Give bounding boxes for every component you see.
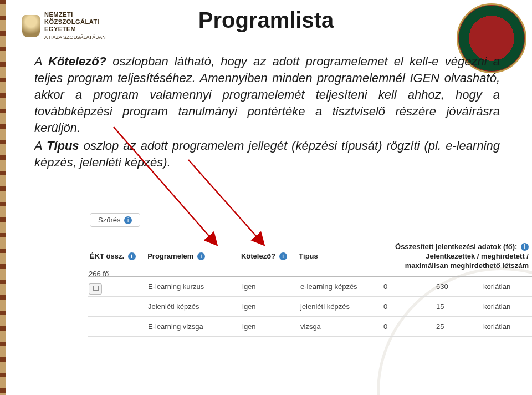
col-header-kotelezo: Kötelező? i <box>241 252 299 260</box>
page-title: Programlista <box>0 8 532 33</box>
info-icon: i <box>197 252 205 260</box>
col-header-summary: Összesített jelentkezési adatok (fő): i … <box>381 242 532 270</box>
col-header-tipus-label: Típus <box>299 252 318 260</box>
cell-programelem: E-learning kurzus <box>148 282 242 291</box>
download-icon[interactable] <box>89 283 102 295</box>
cell-kotelezo: igen <box>242 322 300 331</box>
keyword-tipus: Típus <box>47 139 79 153</box>
cell-v2: 25 <box>436 322 483 331</box>
col-header-kotelezo-label: Kötelező? <box>241 252 275 260</box>
col-header-ekt: ÉKT össz. i <box>88 252 147 260</box>
col-header-programelem-label: Programelem <box>147 252 193 260</box>
col-header-tipus: Típus <box>299 252 381 260</box>
cell-v1: 0 <box>383 322 436 331</box>
cell-tipus: e-learning képzés <box>300 282 383 291</box>
cell-v1: 0 <box>383 302 436 311</box>
program-table: Szűrés i ÉKT össz. i Programelem i Kötel… <box>88 230 532 337</box>
keyword-kotelezo: Kötelező? <box>48 54 106 68</box>
cell-v3: korlátlan <box>483 322 532 331</box>
col-header-programelem: Programelem i <box>147 252 241 260</box>
p1-prefix: A <box>34 54 48 68</box>
cell-programelem: E-learning vizsga <box>148 322 242 331</box>
p2-body: oszlop az adott programelem jellegét (ké… <box>34 139 500 169</box>
ekt-total-value: 266 fő <box>89 270 147 278</box>
cell-v3: korlátlan <box>483 282 532 291</box>
description-text: A Kötelező? oszlopban látható, hogy az a… <box>34 53 500 172</box>
table-row: E-learning kurzus igen e-learning képzés… <box>88 277 532 297</box>
slide-edge-decoration <box>0 0 6 395</box>
col-header-ekt-label: ÉKT össz. <box>90 252 124 260</box>
info-icon: i <box>279 252 287 260</box>
cell-v2: 630 <box>436 282 483 291</box>
summary-line1: Összesített jelentkezési adatok (fő): <box>395 242 517 251</box>
cell-programelem: Jelenléti képzés <box>148 302 242 311</box>
cell-v3: korlátlan <box>483 302 532 311</box>
info-icon: i <box>128 252 136 260</box>
p2-prefix: A <box>34 139 47 153</box>
cell-v1: 0 <box>383 282 436 291</box>
info-icon: i <box>124 216 132 224</box>
table-row: E-learning vizsga igen vizsga 0 25 korlá… <box>88 317 532 337</box>
info-icon: i <box>521 243 529 251</box>
table-header-row: ÉKT össz. i Programelem i Kötelező? i Tí… <box>88 230 532 277</box>
cell-kotelezo: igen <box>242 282 300 291</box>
header-subtitle: A HAZA SZOLGÁLATÁBAN <box>44 34 106 41</box>
ekt-total-block: 266 fő <box>89 270 147 296</box>
cell-tipus: vizsga <box>300 322 383 331</box>
filter-button[interactable]: Szűrés i <box>90 213 140 227</box>
cell-v2: 15 <box>436 302 483 311</box>
table-row: Jelenléti képzés igen jelenléti képzés 0… <box>88 297 532 317</box>
filter-button-label: Szűrés <box>98 216 120 224</box>
summary-line2: Jelentkezettek / meghirdetett / maximáli… <box>405 252 529 270</box>
cell-tipus: jelenléti képzés <box>300 302 383 311</box>
cell-kotelezo: igen <box>242 302 300 311</box>
